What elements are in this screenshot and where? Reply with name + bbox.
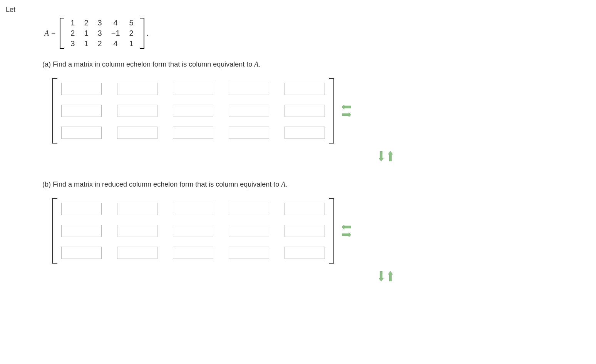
matrix-label: A = [44, 29, 56, 38]
matrix-input[interactable] [61, 247, 102, 259]
part-a: (a) Find a matrix in column echelon form… [42, 60, 590, 161]
remove-row-button[interactable] [388, 271, 393, 281]
input-row [61, 83, 325, 95]
part-b-label: (b) Find a matrix in reduced column eche… [42, 180, 590, 189]
matrix-cell: 5 [125, 18, 138, 28]
input-bracket-right [329, 78, 334, 144]
matrix-input[interactable] [285, 247, 325, 259]
matrix-input[interactable] [229, 83, 269, 95]
matrix-display: 1 2 3 4 5 2 1 3 −1 2 3 1 2 4 1 [60, 18, 144, 49]
matrix-input[interactable] [173, 127, 213, 139]
matrix-input[interactable] [173, 225, 213, 237]
matrix-cell: 2 [66, 28, 79, 38]
matrix-input[interactable] [117, 247, 157, 259]
input-bracket-right [329, 198, 334, 264]
input-row [61, 127, 325, 139]
arrow-left-icon [342, 224, 351, 230]
bracket-left [60, 18, 64, 49]
matrix-cell: 1 [79, 38, 93, 49]
arrow-right-icon [342, 112, 351, 117]
matrix-input[interactable] [229, 225, 269, 237]
matrix-cell: 4 [107, 18, 125, 28]
arrow-down-icon [378, 271, 384, 281]
matrix-input[interactable] [61, 225, 102, 237]
input-row [61, 247, 325, 259]
matrix-definition: A = 1 2 3 4 5 2 1 3 −1 2 3 1 2 4 [44, 18, 590, 49]
matrix-input[interactable] [285, 83, 325, 95]
bracket-right [140, 18, 144, 49]
var-a: A [254, 60, 258, 68]
matrix-input[interactable] [173, 203, 213, 215]
arrow-left-icon [342, 104, 351, 110]
matrix-input[interactable] [229, 127, 269, 139]
matrix-input[interactable] [285, 203, 325, 215]
input-bracket-left [52, 198, 57, 264]
matrix-cell: 2 [93, 38, 107, 49]
matrix-input[interactable] [61, 127, 102, 139]
matrix-input[interactable] [229, 247, 269, 259]
matrix-cell: 2 [79, 18, 93, 28]
input-matrix-grid [61, 78, 325, 144]
matrix-input[interactable] [117, 105, 157, 117]
matrix-input[interactable] [229, 203, 269, 215]
matrix-cell: 1 [79, 28, 93, 38]
matrix-input[interactable] [285, 105, 325, 117]
matrix-table: 1 2 3 4 5 2 1 3 −1 2 3 1 2 4 1 [66, 18, 138, 49]
matrix-cell: 3 [93, 18, 107, 28]
var-a: A [281, 180, 285, 188]
intro-text: Let [6, 6, 590, 14]
matrix-input[interactable] [285, 127, 325, 139]
matrix-input[interactable] [117, 127, 157, 139]
add-column-button[interactable] [342, 232, 351, 237]
matrix-row: 3 1 2 4 1 [66, 38, 138, 49]
part-b: (b) Find a matrix in reduced column eche… [42, 180, 590, 281]
input-row [61, 225, 325, 237]
part-b-end: . [285, 180, 287, 188]
input-bracket-left [52, 78, 57, 144]
add-column-button[interactable] [342, 112, 351, 117]
row-expand-controls-b [181, 271, 590, 281]
remove-row-button[interactable] [388, 151, 393, 161]
input-matrix-b [52, 198, 334, 264]
answer-area-b [52, 198, 590, 264]
matrix-cell: 4 [107, 38, 125, 49]
input-matrix-a [52, 78, 334, 144]
matrix-cell: 3 [93, 28, 107, 38]
matrix-input[interactable] [61, 203, 102, 215]
row-expand-controls-a [181, 151, 590, 161]
remove-column-button[interactable] [342, 104, 351, 110]
answer-area-a [52, 78, 590, 144]
remove-column-button[interactable] [342, 224, 351, 230]
matrix-input[interactable] [61, 105, 102, 117]
matrix-input[interactable] [61, 83, 102, 95]
matrix-cell: 1 [66, 18, 79, 28]
part-b-text: (b) Find a matrix in reduced column eche… [42, 180, 281, 188]
matrix-cell: 1 [125, 38, 138, 49]
matrix-cell: 2 [125, 28, 138, 38]
arrow-up-icon [388, 151, 393, 161]
matrix-cell: −1 [107, 28, 125, 38]
matrix-input[interactable] [117, 83, 157, 95]
matrix-input[interactable] [285, 225, 325, 237]
arrow-down-icon [378, 151, 384, 161]
matrix-input[interactable] [117, 203, 157, 215]
add-row-button[interactable] [378, 271, 384, 281]
matrix-row: 1 2 3 4 5 [66, 18, 138, 28]
matrix-row: 2 1 3 −1 2 [66, 28, 138, 38]
add-row-button[interactable] [378, 151, 384, 161]
matrix-input[interactable] [229, 105, 269, 117]
matrix-input[interactable] [173, 105, 213, 117]
input-row [61, 105, 325, 117]
input-matrix-grid [61, 198, 325, 264]
matrix-input[interactable] [173, 83, 213, 95]
part-a-label: (a) Find a matrix in column echelon form… [42, 60, 590, 68]
input-row [61, 203, 325, 215]
matrix-input[interactable] [117, 225, 157, 237]
col-expand-controls [342, 224, 351, 237]
arrow-right-icon [342, 232, 351, 237]
period: . [147, 29, 149, 38]
matrix-cell: 3 [66, 38, 79, 49]
matrix-input[interactable] [173, 247, 213, 259]
part-a-text: (a) Find a matrix in column echelon form… [42, 60, 254, 68]
col-expand-controls [342, 104, 351, 117]
